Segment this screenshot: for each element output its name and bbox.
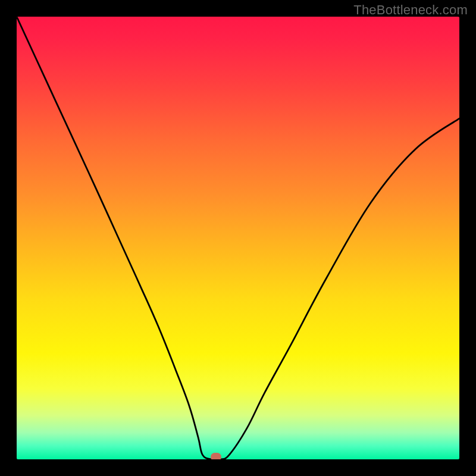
optimum-marker-icon	[211, 453, 221, 459]
chart-stage: TheBottleneck.com	[0, 0, 476, 476]
watermark-text: TheBottleneck.com	[353, 2, 468, 18]
bottleneck-curve	[17, 17, 459, 459]
plot-area	[17, 17, 459, 459]
